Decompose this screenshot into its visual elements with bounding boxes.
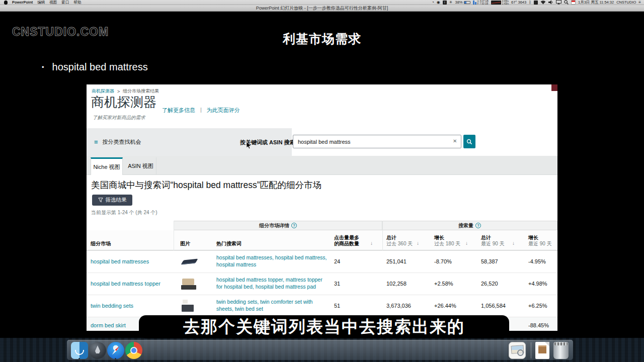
presentation-slide: CNSTUDIO.COM 利基市场需求 • hospital bed mattr…	[0, 12, 644, 338]
dock-chrome-icon[interactable]	[125, 342, 142, 359]
input-source-icon[interactable]	[534, 1, 538, 5]
menu-bar-left: PowerPoint 编辑 视图 窗口 帮助	[0, 0, 81, 5]
dock-preview-icon[interactable]	[509, 342, 526, 359]
running-indicator	[78, 358, 80, 359]
keywords-cell[interactable]: hospital bed mattresses, hospital bed ma…	[216, 254, 328, 268]
subtitle-text: 去那个关键词列表当中去搜索出来的	[183, 316, 465, 338]
funnel-icon	[98, 198, 103, 203]
dock-finder-icon[interactable]	[71, 342, 88, 359]
airplay-display-icon[interactable]	[556, 0, 561, 5]
memory-bars-icon	[473, 1, 476, 5]
magnifier-icon	[466, 139, 472, 145]
sort-icon[interactable]: ↓	[465, 240, 468, 246]
sensor-widget[interactable]: 67° 3643	[511, 0, 526, 5]
col-total-90: 总计 最近 90 天	[481, 235, 505, 247]
mouse-cursor	[246, 142, 252, 149]
menu-clock[interactable]: 1月3日 周五 11:54:32	[578, 0, 614, 5]
col-growth-90: 增长 最近 90 天	[528, 235, 552, 247]
clear-search-icon[interactable]: ✕	[453, 138, 457, 144]
battery-icon	[464, 1, 470, 4]
moon-icon[interactable]: ◔	[432, 0, 434, 5]
dock-trash-icon[interactable]	[553, 342, 569, 359]
tab-niche-view[interactable]: Niche 视图	[91, 157, 123, 175]
sort-icon[interactable]: ↓	[417, 240, 419, 246]
snowflake-icon[interactable]: ✳	[449, 0, 453, 5]
niche-link[interactable]: twin bedding sets	[91, 303, 133, 309]
battery-widget[interactable]: 38%	[455, 0, 470, 5]
breadcrumb-separator: >	[117, 89, 120, 94]
growth-180-cell: +2.58%	[434, 281, 453, 287]
keywords-cell[interactable]: hospital bed mattress topper, mattress t…	[216, 276, 328, 290]
network-graph-icon	[491, 1, 501, 5]
search-button[interactable]	[463, 135, 475, 148]
filter-results-button[interactable]: 筛选结果	[92, 195, 132, 206]
calendar-icon[interactable]	[571, 0, 576, 5]
learn-more-link[interactable]: 了解更多信息	[162, 107, 195, 114]
memory-text: U: 8.07 GB F: 7.93 GB	[477, 0, 489, 5]
running-indicator	[115, 358, 116, 359]
slide-title: 利基市场需求	[0, 31, 644, 47]
showing-count: 当前显示第 1-24 个 (共 24 个)	[91, 209, 157, 216]
corner-artifact	[551, 84, 557, 91]
rate-page-link[interactable]: 为此页面评分	[207, 107, 240, 114]
dock-safari-icon[interactable]	[107, 342, 124, 359]
alert-icon[interactable]: !	[443, 1, 447, 5]
niche-link[interactable]: dorm bed skirt	[91, 322, 126, 328]
spotlight-icon[interactable]	[564, 0, 569, 5]
menu-edit[interactable]: 编辑	[37, 0, 45, 5]
browse-by-category-label: 按分类查找机会	[103, 138, 141, 146]
menu-list-icon[interactable]: ≡	[638, 0, 641, 5]
search-input[interactable]	[293, 135, 461, 148]
search-band: ≡ 按分类查找机会 按关键词或 ASIN 搜索 ✕	[87, 128, 557, 156]
tab-asin-view[interactable]: ASIN 视图	[125, 157, 156, 175]
help-icon[interactable]: ?	[475, 223, 481, 228]
bullet-icon: •	[42, 63, 44, 71]
keywords-cell[interactable]: twin bedding sets, twin comforter set wi…	[216, 298, 328, 312]
dock-launchpad-icon[interactable]	[89, 342, 106, 359]
filter-label: 筛选结果	[106, 197, 127, 204]
dock-installer-package-icon[interactable]	[535, 342, 549, 359]
menu-bar-status: ◔ ◉ ! ✳ 38% U: 8.07 GB F: 7.93 GB 0 KB/s…	[432, 0, 644, 5]
page-tagline: 了解买家对新商品的需求	[93, 115, 145, 121]
help-icon[interactable]: ?	[291, 223, 297, 228]
results-heading: 美国商城中与搜索词“hospital bed mattress”匹配的细分市场	[91, 179, 321, 191]
volume-icon[interactable]	[548, 0, 553, 5]
table-row: twin bedding sets twin bedding sets, twi…	[87, 295, 557, 317]
group-header-search-volume: 搜索量 ?	[382, 221, 557, 230]
group-label: 搜索量	[458, 222, 473, 229]
niche-link[interactable]: hospital bed mattress topper	[91, 281, 160, 287]
hamburger-icon: ≡	[94, 140, 98, 145]
subtitle-caption: 去那个关键词列表当中去搜索出来的	[139, 315, 509, 338]
col-niche: 细分市场	[91, 241, 111, 247]
growth-180-cell: +26.44%	[434, 303, 456, 309]
total-360-cell: 102,258	[386, 281, 407, 287]
network-widget[interactable]: 0 KB/s 1 KB/s	[491, 0, 509, 5]
window-title: PowerPoint 幻灯片放映 - [一步一步教你选品可行性分析案例-阿甘]	[256, 5, 388, 12]
sort-icon[interactable]: ↓	[370, 240, 373, 246]
sort-icon[interactable]: ↓	[512, 240, 515, 246]
apple-icon[interactable]	[4, 1, 8, 5]
table-header-row: 细分市场 图片 热门搜索词 点击量最多 的商品数量 ↓ 总计 过去 360 天 …	[87, 230, 557, 250]
embedded-screenshot: 商机探测器 > 细分市场搜索结果 商机探测器 了解更多信息 | 为此页面评分 了…	[87, 84, 557, 331]
total-90-cell: 1,056,584	[481, 303, 506, 309]
tab-niche-label: Niche 视图	[93, 163, 120, 171]
dock	[67, 340, 573, 360]
table-row: hospital bed mattress topper hospital be…	[87, 273, 557, 295]
window-title-bar[interactable]: PowerPoint 幻灯片放映 - [一步一步教你选品可行性分析案例-阿甘]	[0, 5, 644, 12]
niche-link[interactable]: hospital bed mattresses	[91, 258, 149, 264]
wifi-icon[interactable]	[540, 0, 546, 5]
menu-username[interactable]: CNSTUDIO	[616, 0, 636, 5]
bullet-text: hospital bed mattress	[52, 61, 148, 73]
total-360-cell: 251,041	[386, 258, 407, 264]
growth-90-cell: -4.95%	[528, 258, 546, 264]
menu-app-name[interactable]: PowerPoint	[12, 0, 33, 5]
memory-widget[interactable]: U: 8.07 GB F: 7.93 GB	[473, 0, 489, 5]
eye-icon[interactable]: ◉	[437, 0, 440, 5]
menu-window[interactable]: 窗口	[61, 0, 69, 5]
total-90-cell: 58,387	[481, 258, 498, 264]
col-clicked-line2: 的商品数量	[334, 241, 359, 247]
bluetooth-icon[interactable]: ᛒ	[529, 0, 531, 5]
menu-help[interactable]: 帮助	[73, 0, 81, 5]
menu-view[interactable]: 视图	[49, 0, 57, 5]
macos-menu-bar: PowerPoint 编辑 视图 窗口 帮助 ◔ ◉ ! ✳ 38% U: 8.…	[0, 0, 644, 5]
